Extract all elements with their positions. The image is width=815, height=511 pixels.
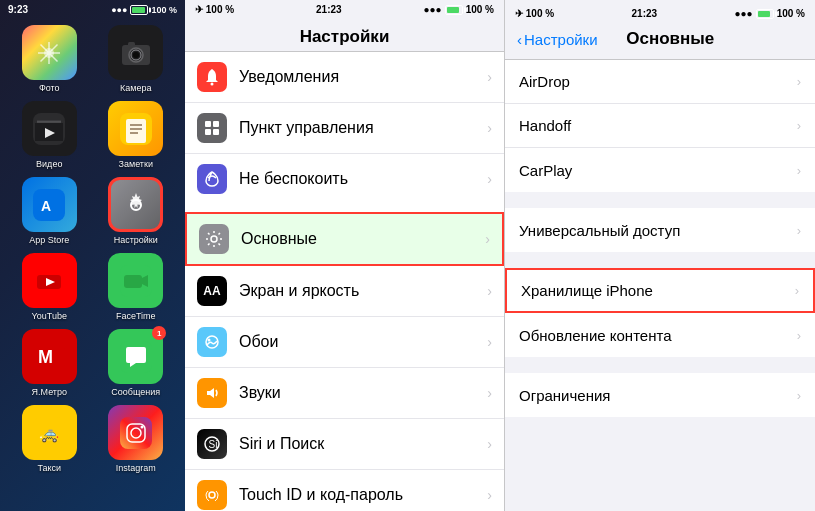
general-section-1: AirDrop › Handoff › CarPlay › [505, 60, 815, 192]
app-appstore[interactable]: A App Store [10, 177, 89, 245]
settings-item-wallpaper[interactable]: Обои › [185, 317, 504, 368]
taxi-label: Такси [37, 463, 61, 473]
appstore-icon[interactable]: A [22, 177, 77, 232]
general-item-restrictions[interactable]: Ограничения › [505, 373, 815, 417]
touchid-label: Touch ID и код-пароль [239, 486, 487, 504]
photos-label: Фото [39, 83, 60, 93]
app-settings[interactable]: Настройки [97, 177, 176, 245]
settings-panel: ✈ 100 % 21:23 ●●● 100 % Настройки Уведом… [185, 0, 505, 511]
handoff-label: Handoff [519, 117, 797, 134]
display-label: Экран и яркость [239, 282, 487, 300]
appstore-label: App Store [29, 235, 69, 245]
svg-rect-34 [205, 129, 211, 135]
app-grid: Фото Камера Видео Заметки A [0, 19, 185, 479]
settings-item-siri[interactable]: Si Siri и Поиск › [185, 419, 504, 470]
taxi-icon[interactable]: 🚕 [22, 405, 77, 460]
youtube-icon[interactable] [22, 253, 77, 308]
general-title: Основные [626, 29, 714, 49]
status-bar-right: ✈ 100 % 21:23 ●●● 100 % [505, 4, 815, 23]
general-item-carplay[interactable]: CarPlay › [505, 148, 815, 192]
svg-rect-20 [124, 275, 142, 288]
app-youtube[interactable]: YouTube [10, 253, 89, 321]
sounds-icon [197, 378, 227, 408]
iphone-storage-label: Хранилище iPhone [521, 282, 795, 299]
general-item-accessibility[interactable]: Универсальный доступ › [505, 208, 815, 252]
general-item-content-update[interactable]: Обновление контента › [505, 313, 815, 357]
general-item-iphone-storage[interactable]: Хранилище iPhone › [505, 268, 815, 313]
facetime-label: FaceTime [116, 311, 156, 321]
settings-item-control[interactable]: Пункт управления › [185, 103, 504, 154]
app-camera[interactable]: Камера [97, 25, 176, 93]
svg-rect-32 [205, 121, 211, 127]
battery-right [756, 9, 774, 19]
battery-area-right: ●●● 100 % [735, 8, 805, 19]
settings-item-sounds[interactable]: Звуки › [185, 368, 504, 419]
instagram-label: Instagram [116, 463, 156, 473]
airdrop-label: AirDrop [519, 73, 797, 90]
general-label: Основные [241, 230, 485, 248]
notes-label: Заметки [119, 159, 153, 169]
svg-text:М: М [38, 347, 53, 367]
svg-point-1 [44, 48, 54, 58]
general-section-3: Хранилище iPhone › Обновление контента › [505, 268, 815, 357]
svg-point-36 [211, 236, 217, 242]
settings-icon[interactable] [108, 177, 163, 232]
accessibility-label: Универсальный доступ [519, 222, 797, 239]
svg-text:A: A [41, 198, 51, 214]
wallpaper-label: Обои [239, 333, 487, 351]
app-photos[interactable]: Фото [10, 25, 89, 93]
metro-icon[interactable]: М [22, 329, 77, 384]
svg-point-30 [140, 425, 143, 428]
notifications-label: Уведомления [239, 68, 487, 86]
instagram-icon[interactable] [108, 405, 163, 460]
settings-item-touchid[interactable]: Touch ID и код-пароль › [185, 470, 504, 511]
battery-text-mid: 100 % [466, 4, 494, 15]
carplay-chevron: › [797, 163, 801, 178]
app-facetime[interactable]: FaceTime [97, 253, 176, 321]
facetime-icon[interactable] [108, 253, 163, 308]
general-nav: ‹ Настройки Основные [505, 23, 815, 55]
status-bar-left: 9:23 ●●● 100 % [0, 0, 185, 19]
battery-area-mid: ●●● 100 % [424, 4, 494, 15]
app-messages[interactable]: 1 Сообщения [97, 329, 176, 397]
svg-rect-33 [213, 121, 219, 127]
settings-item-general[interactable]: Основные › [185, 212, 504, 266]
photos-icon[interactable] [22, 25, 77, 80]
general-item-handoff[interactable]: Handoff › [505, 104, 815, 148]
display-chevron: › [487, 283, 492, 299]
app-instagram[interactable]: Instagram [97, 405, 176, 473]
settings-section-2: Основные › AA Экран и яркость › Обои › [185, 212, 504, 511]
settings-item-dnd[interactable]: Не беспокоить › [185, 154, 504, 204]
app-video[interactable]: Видео [10, 101, 89, 169]
battery-percent-left: 100 % [151, 5, 177, 15]
time-left: 9:23 [8, 4, 28, 15]
app-metro[interactable]: М Я.Метро [10, 329, 89, 397]
settings-header: Настройки [185, 19, 504, 52]
settings-item-notifications[interactable]: Уведомления › [185, 52, 504, 103]
handoff-chevron: › [797, 118, 801, 133]
divider-2 [505, 260, 815, 268]
camera-icon[interactable] [108, 25, 163, 80]
back-button[interactable]: ‹ Настройки [517, 31, 598, 48]
general-list: AirDrop › Handoff › CarPlay › Универсаль… [505, 60, 815, 417]
home-screen: 9:23 ●●● 100 % Фото Камера [0, 0, 185, 511]
svg-point-5 [133, 52, 139, 58]
dnd-chevron: › [487, 171, 492, 187]
settings-item-display[interactable]: AA Экран и яркость › [185, 266, 504, 317]
video-icon[interactable] [22, 101, 77, 156]
app-taxi[interactable]: 🚕 Такси [10, 405, 89, 473]
notes-icon[interactable] [108, 101, 163, 156]
general-panel: ✈ 100 % 21:23 ●●● 100 % ‹ Настройки Осно… [505, 0, 815, 511]
settings-list: Уведомления › Пункт управления › Не бесп… [185, 52, 504, 511]
status-bar-mid: ✈ 100 % 21:23 ●●● 100 % [185, 0, 504, 19]
app-notes[interactable]: Заметки [97, 101, 176, 169]
siri-label: Siri и Поиск [239, 435, 487, 453]
wallpaper-icon [197, 327, 227, 357]
sounds-label: Звуки [239, 384, 487, 402]
general-item-airdrop[interactable]: AirDrop › [505, 60, 815, 104]
messages-icon[interactable]: 1 [108, 329, 163, 384]
signal-right: ✈ 100 % [515, 8, 554, 19]
carplay-label: CarPlay [519, 162, 797, 179]
control-chevron: › [487, 120, 492, 136]
status-icons-left: ●●● 100 % [111, 5, 177, 15]
